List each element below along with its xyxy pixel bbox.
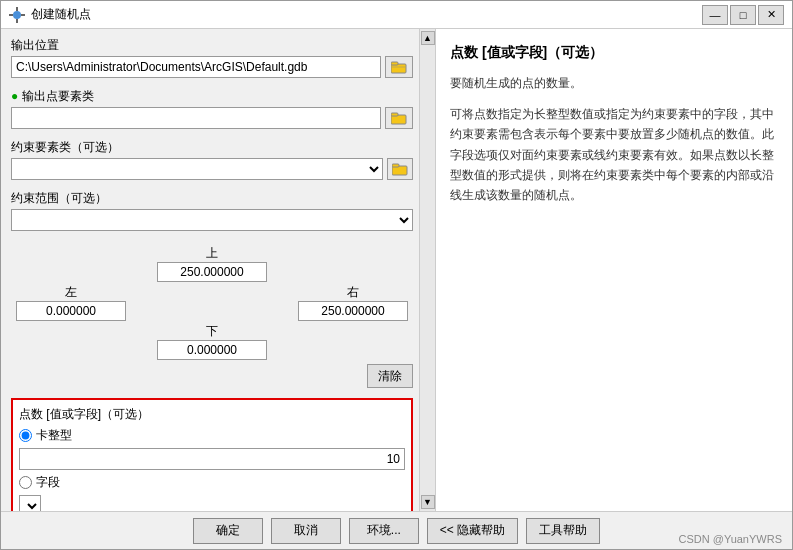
right-panel-title: 点数 [值或字段]（可选） [450, 41, 778, 63]
svg-point-0 [13, 11, 21, 19]
bounds-bottom-label: 下 [206, 323, 218, 340]
constraint-element-row: 约束要素类（可选） [11, 139, 413, 180]
constraint-element-input-row [11, 158, 413, 180]
watermark: CSDN @YuanYWRS [679, 533, 782, 545]
main-window: 创建随机点 — □ ✕ ▲ ▼ 输出位置 [0, 0, 793, 550]
content-area: ▲ ▼ 输出位置 [1, 29, 792, 511]
constraint-range-select[interactable] [11, 209, 413, 231]
clear-button-row: 清除 [11, 364, 413, 388]
point-count-field-select[interactable] [19, 495, 41, 511]
scroll-up-button[interactable]: ▲ [421, 31, 435, 45]
window-icon [9, 7, 25, 23]
constraint-element-select[interactable] [11, 158, 383, 180]
point-count-label: 点数 [值或字段]（可选） [19, 407, 149, 421]
constraint-range-label: 约束范围（可选） [11, 190, 413, 207]
close-button[interactable]: ✕ [758, 5, 784, 25]
output-class-row: 输出点要素类 [11, 88, 413, 129]
point-count-section: 点数 [值或字段]（可选） 卡整型 字段 [11, 398, 413, 511]
tool-help-button[interactable]: 工具帮助 [526, 518, 600, 544]
bounds-section: 上 左 右 [11, 241, 413, 392]
point-count-radio-long-label: 卡整型 [36, 427, 72, 444]
env-button[interactable]: 环境... [349, 518, 419, 544]
point-count-radio-field-row: 字段 [19, 474, 405, 491]
svg-rect-9 [391, 113, 398, 116]
output-class-browse-button[interactable] [385, 107, 413, 129]
bottom-bar: 确定 取消 环境... << 隐藏帮助 工具帮助 CSDN @YuanYWRS [1, 511, 792, 549]
confirm-button[interactable]: 确定 [193, 518, 263, 544]
bounds-top-input[interactable] [157, 262, 267, 282]
output-location-row: 输出位置 [11, 37, 413, 78]
bounds-bottom-input[interactable] [157, 340, 267, 360]
output-class-label: 输出点要素类 [11, 88, 413, 105]
output-location-input-row [11, 56, 413, 78]
scroll-down-button[interactable]: ▼ [421, 495, 435, 509]
constraint-element-label: 约束要素类（可选） [11, 139, 413, 156]
svg-rect-6 [391, 62, 398, 65]
constraint-range-row: 约束范围（可选） [11, 190, 413, 231]
point-count-number-row [19, 448, 405, 470]
right-panel-desc2: 可将点数指定为长整型数值或指定为约束要素中的字段，其中约束要素需包含表示每个要素… [450, 104, 778, 206]
title-bar-left: 创建随机点 [9, 6, 91, 23]
bounds-middle-row: 左 右 [11, 284, 413, 321]
cancel-button[interactable]: 取消 [271, 518, 341, 544]
title-bar: 创建随机点 — □ ✕ [1, 1, 792, 29]
bounds-left-input[interactable] [16, 301, 126, 321]
bounds-right-label: 右 [347, 284, 359, 301]
point-count-radio-long-row: 卡整型 [19, 427, 405, 444]
title-bar-buttons: — □ ✕ [702, 5, 784, 25]
constraint-element-browse-button[interactable] [387, 158, 413, 180]
svg-rect-11 [392, 164, 399, 167]
right-panel: 点数 [值或字段]（可选） 要随机生成的点的数量。 可将点数指定为长整型数值或指… [436, 29, 792, 511]
bounds-right-input[interactable] [298, 301, 408, 321]
window-title: 创建随机点 [31, 6, 91, 23]
clear-button[interactable]: 清除 [367, 364, 413, 388]
hide-help-button[interactable]: << 隐藏帮助 [427, 518, 518, 544]
point-count-radio-long[interactable] [19, 429, 32, 442]
point-count-number-input[interactable] [19, 448, 405, 470]
bounds-bottom-area: 下 [11, 323, 413, 360]
output-location-input[interactable] [11, 56, 381, 78]
point-count-radio-field[interactable] [19, 476, 32, 489]
bounds-top-row: 上 [11, 245, 413, 282]
point-count-radio-field-label: 字段 [36, 474, 60, 491]
left-panel: ▲ ▼ 输出位置 [1, 29, 436, 511]
output-class-input-row [11, 107, 413, 129]
maximize-button[interactable]: □ [730, 5, 756, 25]
bounds-left-label: 左 [65, 284, 77, 301]
output-location-browse-button[interactable] [385, 56, 413, 78]
bounds-top-label: 上 [206, 245, 218, 262]
output-location-label: 输出位置 [11, 37, 413, 54]
minimize-button[interactable]: — [702, 5, 728, 25]
right-panel-desc1: 要随机生成的点的数量。 [450, 73, 778, 93]
output-class-input[interactable] [11, 107, 381, 129]
